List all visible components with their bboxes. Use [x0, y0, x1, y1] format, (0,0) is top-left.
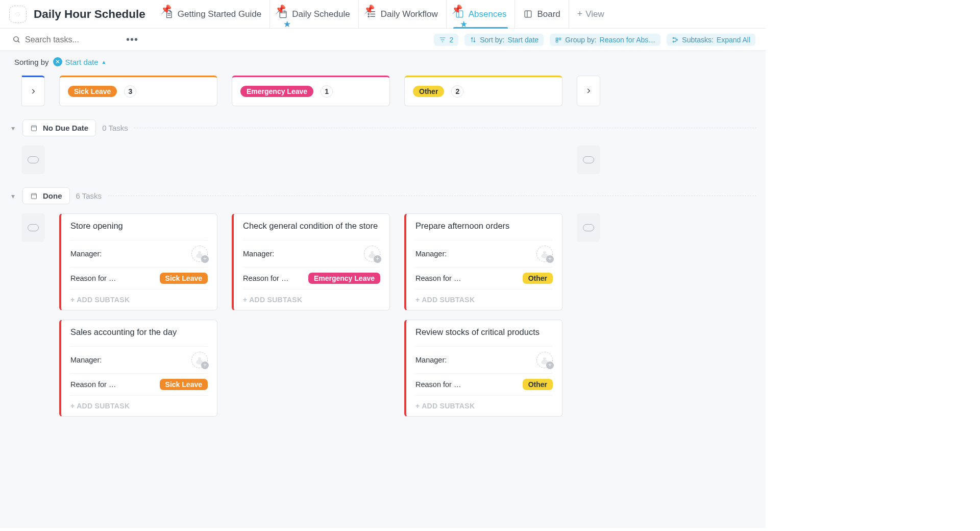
column-count: 3	[124, 85, 136, 98]
svg-point-7	[14, 37, 18, 41]
task-card[interactable]: Review stocks of critical products Manag…	[404, 320, 562, 417]
divider	[134, 128, 756, 128]
tab-label: Daily Schedule	[292, 9, 350, 19]
tab-board[interactable]: Board	[514, 0, 568, 28]
group-filter[interactable]: Group by: Reason for Abs…	[550, 34, 660, 46]
pin-icon: 📌	[161, 4, 166, 9]
scroll-right-button[interactable]	[577, 76, 600, 106]
manager-label: Manager:	[415, 250, 447, 258]
app-logo[interactable]	[9, 6, 27, 23]
sorting-field: Start date	[65, 58, 99, 66]
board-area: Sick Leave 3 Emergency Leave 1 Other 2 ▾…	[0, 68, 766, 528]
add-view-button[interactable]: + View	[569, 0, 612, 28]
close-icon[interactable]: ✕	[53, 57, 62, 66]
scroll-left-button[interactable]	[21, 76, 45, 106]
plus-oval-icon	[583, 156, 594, 163]
svg-rect-11	[32, 126, 37, 131]
svg-point-0	[16, 12, 20, 16]
task-card[interactable]: Store opening Manager: Reason for … Sick…	[59, 213, 217, 310]
tab-daily-schedule[interactable]: 📌 ★ Daily Schedule	[270, 0, 358, 28]
reason-pill[interactable]: Other	[523, 273, 553, 284]
group-chip[interactable]: Done	[22, 187, 70, 204]
add-subtask-button[interactable]: + ADD SUBTASK	[70, 395, 208, 416]
column-sick-leave[interactable]: Sick Leave 3	[59, 76, 217, 106]
assign-manager-button[interactable]	[536, 352, 553, 368]
add-card-button[interactable]	[21, 146, 45, 174]
status-pill: Other	[413, 86, 444, 97]
tab-label: Absences	[469, 9, 507, 19]
task-card[interactable]: Check general condition of the store Man…	[232, 213, 390, 310]
sort-icon	[470, 36, 477, 43]
task-card[interactable]: Sales accounting for the day Manager: Re…	[59, 320, 217, 417]
column-headers: Sick Leave 3 Emergency Leave 1 Other 2	[0, 76, 766, 106]
divider	[108, 196, 756, 196]
sort-filter[interactable]: Sort by: Start date	[464, 34, 544, 46]
calendar-icon	[30, 192, 38, 200]
chevron-down-icon[interactable]: ▾	[9, 124, 16, 132]
view-tabs: 📌 Getting Started Guide 📌 ★ Daily Schedu…	[156, 0, 612, 28]
subtasks-label: Subtasks:	[682, 36, 713, 44]
lane-other: Prepare afternoon orders Manager: Reason…	[404, 213, 562, 417]
add-subtask-button[interactable]: + ADD SUBTASK	[415, 289, 553, 310]
group-task-count: 0 Tasks	[102, 124, 128, 132]
pin-icon: 📌	[275, 4, 280, 9]
column-other[interactable]: Other 2	[404, 76, 562, 106]
subtasks-icon	[672, 36, 679, 43]
assign-manager-button[interactable]	[364, 246, 380, 262]
calendar-icon	[30, 124, 38, 132]
card-title: Store opening	[70, 221, 208, 231]
reason-pill[interactable]: Other	[523, 379, 553, 390]
more-options-icon[interactable]: •••	[126, 34, 138, 45]
reason-pill[interactable]: Sick Leave	[160, 379, 208, 390]
add-subtask-button[interactable]: + ADD SUBTASK	[243, 289, 380, 310]
tab-label: Getting Started Guide	[178, 9, 261, 19]
lane-emergency-leave: Check general condition of the store Man…	[232, 213, 390, 310]
subtasks-value: Expand All	[717, 36, 750, 44]
assign-manager-button[interactable]	[536, 246, 553, 262]
group-label: No Due Date	[43, 124, 88, 132]
add-view-label: View	[585, 9, 604, 19]
group-task-count: 6 Tasks	[76, 191, 102, 200]
manager-label: Manager:	[243, 250, 274, 258]
tab-getting-started[interactable]: 📌 Getting Started Guide	[156, 0, 270, 28]
group-chip[interactable]: No Due Date	[22, 119, 96, 136]
sorting-chip[interactable]: ✕ Start date ▲	[53, 57, 107, 66]
star-icon: ★	[283, 19, 287, 23]
chevron-right-icon	[30, 88, 37, 95]
plus-icon: +	[577, 9, 583, 19]
manager-label: Manager:	[415, 356, 447, 364]
plus-oval-icon	[28, 224, 39, 231]
add-subtask-button[interactable]: + ADD SUBTASK	[70, 289, 208, 310]
search[interactable]	[12, 35, 117, 44]
assign-manager-button[interactable]	[191, 246, 208, 262]
search-input[interactable]	[25, 35, 117, 44]
star-icon: ★	[460, 19, 464, 23]
status-pill: Emergency Leave	[240, 86, 313, 97]
task-card[interactable]: Prepare afternoon orders Manager: Reason…	[404, 213, 562, 310]
reason-label: Reason for …	[70, 274, 116, 282]
tab-absences[interactable]: 📌 ★ Absences	[446, 0, 515, 28]
svg-rect-6	[525, 11, 532, 17]
tab-daily-workflow[interactable]: 📌 Daily Workflow	[358, 0, 446, 28]
card-title: Review stocks of critical products	[415, 327, 553, 337]
column-emergency-leave[interactable]: Emergency Leave 1	[232, 76, 390, 106]
group-label: Done	[43, 191, 62, 200]
reason-label: Reason for …	[70, 380, 116, 389]
reason-pill[interactable]: Emergency Leave	[308, 273, 380, 284]
pin-icon: 📌	[452, 4, 457, 9]
add-card-button[interactable]	[577, 146, 600, 174]
reason-pill[interactable]: Sick Leave	[160, 273, 208, 284]
filter-icon	[439, 36, 446, 43]
assign-manager-button[interactable]	[191, 352, 208, 368]
filter-count[interactable]: 2	[434, 34, 458, 46]
tab-label: Board	[537, 9, 560, 19]
add-card-button[interactable]	[577, 213, 600, 242]
add-subtask-button[interactable]: + ADD SUBTASK	[415, 395, 553, 416]
column-count: 2	[451, 85, 463, 98]
subtasks-filter[interactable]: Subtasks: Expand All	[667, 34, 755, 46]
topbar: Daily Hour Schedule 📌 Getting Started Gu…	[0, 0, 766, 29]
group-done: ▾ Done 6 Tasks	[0, 187, 766, 204]
add-card-button[interactable]	[21, 213, 45, 242]
page-title: Daily Hour Schedule	[34, 8, 145, 21]
chevron-down-icon[interactable]: ▾	[9, 192, 16, 200]
